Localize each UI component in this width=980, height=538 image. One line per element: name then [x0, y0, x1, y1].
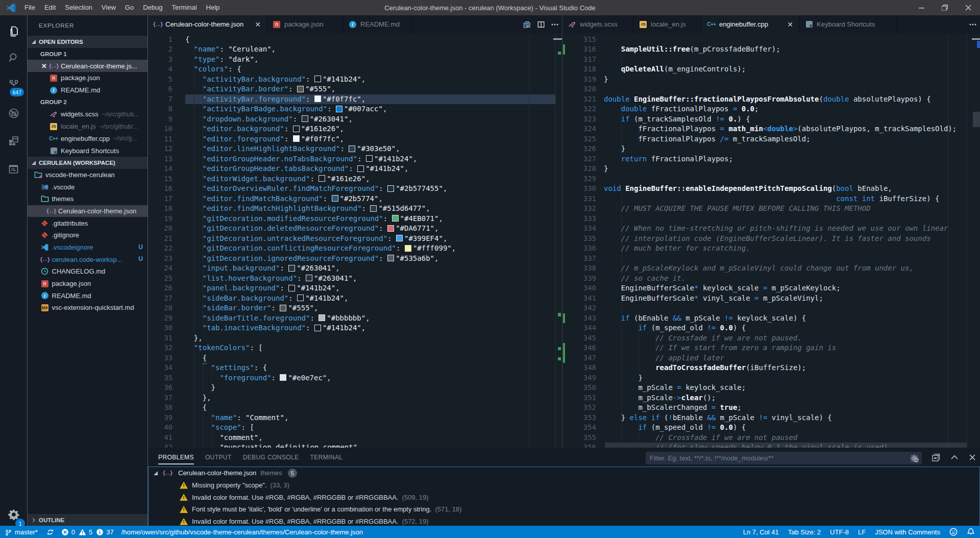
- line-text: // applied later: [604, 353, 724, 363]
- split-editor-icon[interactable]: [537, 20, 545, 29]
- sidebar-item-themes[interactable]: themes: [28, 193, 148, 205]
- restore-button[interactable]: [933, 0, 957, 15]
- sidebar-item-package-json[interactable]: npackage.json: [28, 72, 148, 84]
- status-label: 37: [106, 528, 113, 536]
- minimize-button[interactable]: [910, 0, 933, 15]
- sidebar-item-readme-md[interactable]: iREADME.md: [28, 289, 148, 302]
- line-text: "activityBar.border": "#555",: [185, 84, 335, 94]
- section-header-cerulean-workspace-[interactable]: CERULEAN (WORKSPACE): [28, 157, 148, 169]
- close-window-button[interactable]: [957, 0, 980, 15]
- status-warning-triangle[interactable]: 5: [79, 528, 92, 536]
- menu-terminal[interactable]: Terminal: [167, 0, 201, 15]
- problem-row-1[interactable]: !Missing property "scope".(33, 3): [149, 479, 979, 492]
- panel-tab-debug-console[interactable]: DEBUG CONSOLE: [243, 454, 299, 461]
- panel-tab-output[interactable]: OUTPUT: [205, 454, 232, 461]
- horizontal-scrollbar[interactable]: [605, 443, 967, 448]
- status-right-4[interactable]: JSON with Comments: [875, 528, 940, 536]
- activity-source-control[interactable]: 647: [0, 72, 27, 97]
- panel-tab-terminal[interactable]: TERMINAL: [310, 454, 343, 461]
- section-header-open-editors[interactable]: OPEN EDITORS: [28, 36, 148, 48]
- close-tab-icon[interactable]: ✕: [254, 20, 261, 29]
- tab-label: locale_en.js: [651, 20, 696, 28]
- close-panel-icon[interactable]: [969, 454, 976, 461]
- filter-gear-icon[interactable]: [910, 454, 919, 462]
- tab-keyboard-shortcuts[interactable]: Keyboard Shortcuts: [799, 15, 897, 33]
- menu-edit[interactable]: Edit: [40, 0, 60, 15]
- activity-extensions[interactable]: [0, 128, 27, 154]
- menu-file[interactable]: File: [20, 0, 40, 15]
- sidebar-item-package-json[interactable]: npackage.json: [28, 278, 148, 290]
- more-icon[interactable]: [551, 20, 559, 29]
- menu-help[interactable]: Help: [202, 0, 225, 15]
- sidebar-item--vscode[interactable]: .vscode: [28, 181, 148, 193]
- status-right-2[interactable]: UTF-8: [830, 528, 849, 536]
- sidebar-item-vscode-theme-cerulean[interactable]: vscode-theme-cerulean: [28, 169, 148, 181]
- menu-go[interactable]: Go: [120, 0, 138, 15]
- tab-enginebuffer-cpp[interactable]: C++enginebuffer.cpp✕: [702, 15, 799, 33]
- tab-cerulean-color-theme-json[interactable]: {..}Cerulean-color-theme.json✕: [148, 15, 267, 33]
- line-number: 353: [562, 413, 596, 423]
- sidebar-item-cerulean-color-theme-json[interactable]: {..}Cerulean-color-theme.json: [28, 205, 148, 217]
- status-right-5[interactable]: [949, 528, 958, 536]
- line-number: 330: [562, 184, 596, 194]
- tab-widgets-scss[interactable]: widgets.scss: [562, 15, 633, 33]
- sidebar-item-vsc-extension-quickstart-md[interactable]: M▾vsc-extension-quickstart.md: [28, 302, 148, 314]
- sidebar-item-readme-md[interactable]: iREADME.md: [28, 84, 148, 96]
- activity-settings[interactable]: 1: [0, 502, 27, 527]
- problem-file-row[interactable]: {..}Cerulean-color-theme.jsonthemes5: [149, 467, 979, 479]
- git-icon: [41, 231, 49, 239]
- code-line-349: 349 }: [562, 373, 980, 383]
- status-right-0[interactable]: Ln 7, Col 41: [743, 528, 779, 536]
- menu-debug[interactable]: Debug: [138, 0, 167, 15]
- group-by-icon[interactable]: [932, 453, 940, 461]
- sidebar-item-cerulean-code-worksp-[interactable]: {..}cerulean.code-worksp...U: [28, 253, 148, 265]
- status-right-6[interactable]: [967, 528, 975, 536]
- sidebar-item-enginebuffer-cpp[interactable]: C++enginebuffer.cpp~/src/g...: [28, 133, 148, 145]
- color-swatch: [280, 374, 286, 381]
- activity-search[interactable]: [0, 45, 27, 70]
- vscode-icon: [41, 243, 49, 252]
- status-right-3[interactable]: LF: [858, 528, 866, 536]
- editor-cpp[interactable]: 315316 SampleUtil::free(m_pCrossfadeBuff…: [562, 33, 980, 448]
- menu-selection[interactable]: Selection: [60, 0, 96, 15]
- editor-json[interactable]: 1{2 "name": "Cerulean",3 "type": "dark",…: [148, 33, 562, 448]
- sidebar-item--gitignore[interactable]: .gitignore: [28, 229, 148, 241]
- tab-locale-en-js[interactable]: JSlocale_en.js: [633, 15, 702, 33]
- sidebar-item-cerulean-color-theme-js-[interactable]: ✕{..}Cerulean-color-theme.js...: [28, 60, 148, 72]
- activity-explorer[interactable]: [0, 19, 27, 44]
- color-swatch: [306, 275, 312, 281]
- line-text: } else if (!bEnable && m_pScale != vinyl…: [604, 413, 832, 423]
- close-tab-icon[interactable]: ✕: [787, 20, 794, 29]
- sidebar-item--gitattributes[interactable]: .gitattributes: [28, 217, 148, 229]
- status-right-1[interactable]: Tab Size: 2: [788, 528, 821, 536]
- status-path-5[interactable]: /home/owen/src/github/vscode-theme-cerul…: [121, 528, 363, 536]
- problems-filter-box: [646, 452, 922, 464]
- status-sync[interactable]: [46, 528, 54, 536]
- maximize-panel-icon[interactable]: [950, 453, 959, 461]
- status-error-circle[interactable]: 0: [61, 528, 75, 536]
- status-git-branch[interactable]: master*: [5, 528, 38, 536]
- sidebar-item-keyboard-shortcuts[interactable]: Keyboard Shortcuts: [28, 144, 148, 157]
- problem-row-3[interactable]: !Font style must be 'italic', 'bold' or …: [149, 503, 979, 516]
- activity-output-panel[interactable]: [0, 157, 27, 182]
- open-editor-path: ~/src/github...: [102, 111, 139, 118]
- more-icon[interactable]: [969, 20, 977, 29]
- sidebar-item--vscodeignore[interactable]: .vscodeignoreU: [28, 241, 148, 254]
- sidebar-item-changelog-md[interactable]: CHANGELOG.md: [28, 265, 148, 278]
- status-info-circle[interactable]: 37: [96, 528, 113, 536]
- code-line-325: 325 fFractionalPlaypos /= m_trackSamples…: [562, 134, 980, 144]
- problems-filter-input[interactable]: [646, 454, 910, 462]
- outline-section-header[interactable]: OUTLINE: [28, 514, 148, 526]
- vertical-scrollbar[interactable]: [973, 112, 980, 127]
- editor-group-divider[interactable]: [562, 15, 562, 448]
- activity-debug[interactable]: [0, 101, 27, 126]
- tab-readme-md[interactable]: iREADME.md: [343, 15, 412, 33]
- tab-package-json[interactable]: npackage.json: [267, 15, 343, 33]
- sidebar-item-widgets-scss[interactable]: widgets.scss~/src/github...: [28, 108, 148, 120]
- open-changes-icon[interactable]: [523, 20, 531, 29]
- menu-view[interactable]: View: [97, 0, 120, 15]
- panel-tab-problems[interactable]: PROBLEMS: [158, 454, 194, 461]
- sidebar-item-locale-en-js[interactable]: JSlocale_en.js~/src/github/...: [28, 120, 148, 133]
- warning-icon: !: [180, 482, 188, 489]
- problem-row-2[interactable]: !Invalid color format. Use #RGB, #RGBA, …: [149, 491, 979, 503]
